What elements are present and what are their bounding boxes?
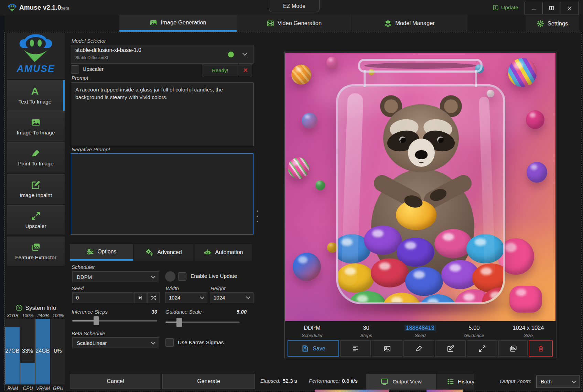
slider-thumb[interactable] xyxy=(94,316,99,325)
vram-meter: 24GB xyxy=(35,319,50,384)
model-selector-label: Model Selector xyxy=(72,38,106,44)
delete-button[interactable] xyxy=(529,340,553,357)
sidebar-item-paint-to-image[interactable]: Paint To Image xyxy=(7,142,65,173)
system-info-title: System Info xyxy=(25,305,56,312)
sidebar-item-feature-extractor[interactable]: Feature Extractor xyxy=(7,237,65,266)
raccoon-ear-inner xyxy=(384,99,398,113)
seed-last-button[interactable] xyxy=(134,292,147,303)
tab-options[interactable]: Options xyxy=(70,244,133,261)
minimize-button[interactable] xyxy=(525,2,543,14)
seed-value: 0 xyxy=(76,295,79,301)
seed-input[interactable]: 0 xyxy=(72,292,133,303)
sliders-icon xyxy=(86,248,94,255)
elapsed-value: 52.3 s xyxy=(282,378,297,384)
ram-meter: 27GB xyxy=(5,319,20,384)
tab-advanced[interactable]: Advanced xyxy=(134,244,193,261)
generated-image-raccoon-candy-jar[interactable] xyxy=(285,53,555,321)
send-to-upscaler-button[interactable] xyxy=(467,340,497,357)
model-ready-dot xyxy=(228,52,234,57)
tab-label: Model Manager xyxy=(395,20,435,26)
karras-sigmas-checkbox[interactable] xyxy=(165,338,174,347)
send-to-image-to-image-button[interactable] xyxy=(372,340,402,357)
height-label: Height xyxy=(210,285,225,291)
scheduler-dropdown[interactable]: DDPM xyxy=(72,271,159,282)
stat-seed-value[interactable]: 188848413 xyxy=(404,325,436,331)
candy xyxy=(526,110,544,129)
height-value: 1024 xyxy=(214,295,225,301)
live-update-toggle[interactable] xyxy=(165,271,175,282)
candy xyxy=(371,258,409,287)
glass-jar xyxy=(336,84,505,304)
meter-bars: 27GB 33% 24GB 0% xyxy=(5,319,66,384)
monitor-icon xyxy=(380,378,389,386)
send-to-feature-extractor-button[interactable] xyxy=(498,340,528,357)
update-label: Update xyxy=(501,4,518,11)
upscaler-checkbox[interactable] xyxy=(71,65,79,74)
gpu-meter: 0% xyxy=(51,319,65,384)
prompt-input[interactable]: A raccoon trapped inside a glass jar ful… xyxy=(71,83,253,146)
history-thumbnail-partial[interactable] xyxy=(315,390,389,392)
guidance-scale-slider[interactable] xyxy=(165,322,240,323)
sidebar-item-text-to-image[interactable]: A Text To Image xyxy=(7,80,65,111)
sidebar-item-image-inpaint[interactable]: Image Inpaint xyxy=(7,174,65,204)
sidebar-item-image-to-image[interactable]: Image To Image xyxy=(7,111,65,142)
sidebar-item-label: Text To Image xyxy=(18,99,51,105)
width-dropdown[interactable]: 1024 xyxy=(165,292,207,303)
stat-label: Size xyxy=(501,333,555,338)
output-view-button[interactable]: Output View xyxy=(366,374,436,390)
save-button[interactable]: Save xyxy=(288,340,339,357)
maximize-button[interactable] xyxy=(543,2,561,14)
gear-icon xyxy=(537,20,544,28)
width-value: 1024 xyxy=(169,295,180,301)
generate-button[interactable]: Generate xyxy=(162,374,255,389)
raccoon-mouth xyxy=(419,159,424,163)
tab-image-generation[interactable]: Image Generation xyxy=(119,15,237,32)
output-zoom-dropdown[interactable]: Both xyxy=(536,375,580,388)
meter-label: GPU xyxy=(51,385,66,391)
inference-steps-slider[interactable] xyxy=(72,320,157,322)
negative-prompt-input[interactable] xyxy=(71,153,253,235)
tab-automation[interactable]: Automation xyxy=(194,244,252,261)
ez-mode-button[interactable]: EZ Mode xyxy=(269,0,320,12)
meter-value: 0% xyxy=(51,348,65,354)
sidebar-item-label: Image Inpaint xyxy=(20,192,52,198)
tab-model-manager[interactable]: Model Manager xyxy=(351,15,467,32)
beta-schedule-dropdown[interactable]: ScaledLinear xyxy=(72,337,159,348)
tab-label: Image Generation xyxy=(161,19,206,26)
output-view-label: Output View xyxy=(392,379,421,385)
gears-icon xyxy=(145,249,154,256)
chevron-down-icon xyxy=(151,274,155,279)
tab-settings[interactable]: Settings xyxy=(525,15,579,32)
model-selector-dropdown[interactable]: stable-diffusion-xl-base-1.0 StableDiffu… xyxy=(71,45,253,64)
send-to-inpaint-button[interactable] xyxy=(435,340,466,357)
cancel-button[interactable]: Cancel xyxy=(71,374,160,389)
width-label: Width xyxy=(166,285,179,291)
metadata-info-button[interactable] xyxy=(340,340,371,357)
meter-label: RAM xyxy=(5,385,20,391)
resize-arrows-icon xyxy=(31,211,41,221)
sidebar-item-upscaler[interactable]: Upscaler xyxy=(7,205,65,235)
candy xyxy=(315,181,325,190)
update-button[interactable]: Update xyxy=(493,4,518,11)
close-button[interactable] xyxy=(561,2,579,14)
history-button[interactable]: History xyxy=(436,374,474,390)
cpu-meter: 33% xyxy=(20,319,35,384)
history-thumbnail-partial[interactable] xyxy=(427,390,463,392)
panel-splitter[interactable] xyxy=(256,209,259,224)
live-update-checkbox[interactable] xyxy=(178,272,186,281)
inference-steps-value: 30 xyxy=(131,309,157,315)
unload-model-button[interactable]: ✕ xyxy=(239,64,252,76)
beta-schedule-label: Beta Schedule xyxy=(72,330,105,336)
height-dropdown[interactable]: 1024 xyxy=(210,292,253,303)
tab-video-generation[interactable]: Video Generation xyxy=(237,15,351,32)
window-left-edge xyxy=(0,0,4,392)
seed-random-button[interactable] xyxy=(147,292,160,303)
raccoon-eye xyxy=(399,137,406,143)
sidebar-item-label: Feature Extractor xyxy=(15,254,56,261)
slider-thumb[interactable] xyxy=(176,318,182,327)
stat-label: Scheduler xyxy=(285,333,339,338)
sidebar-item-label: Upscaler xyxy=(25,223,46,229)
slider-fill xyxy=(165,322,178,323)
guidance-scale-value: 5.00 xyxy=(220,309,247,315)
send-to-paint-button[interactable] xyxy=(403,340,434,357)
